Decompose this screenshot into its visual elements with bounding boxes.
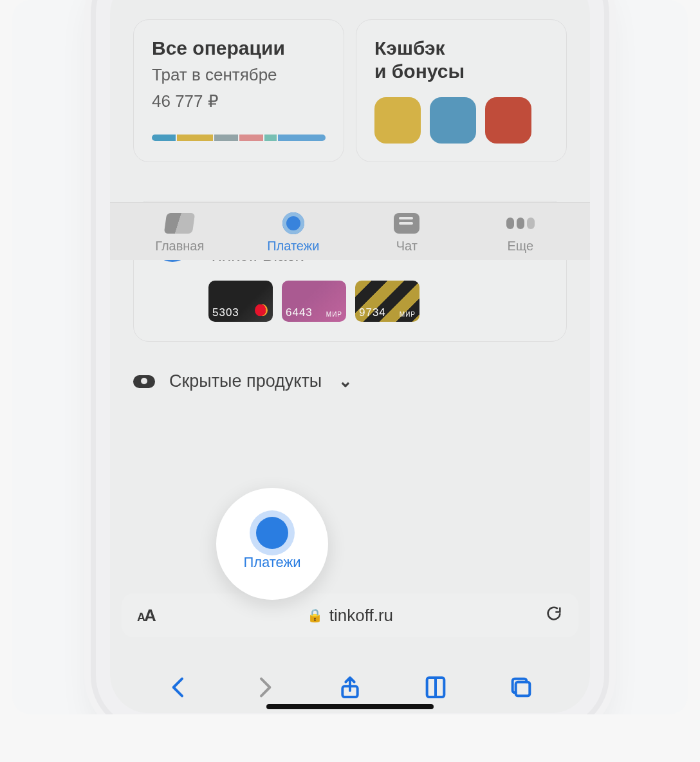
cashback-chip-red [485, 97, 531, 144]
tab-more-label: Еще [507, 239, 533, 254]
home-indicator[interactable] [266, 704, 434, 709]
tab-chat-label: Чат [396, 239, 418, 254]
card-last4: 9734 [359, 306, 386, 319]
tile-operations-subtitle: Трат в сентябре [152, 64, 326, 86]
tab-payments[interactable]: Платежи [255, 212, 332, 254]
tab-chat[interactable]: Чат [368, 212, 445, 254]
payments-icon [256, 517, 288, 549]
mir-icon: МИР [326, 311, 342, 318]
tile-operations-title: Все операции [152, 37, 326, 60]
cashback-chip-blue [430, 97, 476, 144]
bank-card-3[interactable]: 9734 МИР [355, 281, 419, 322]
bank-card-1[interactable]: 5303 [208, 281, 273, 322]
tile-operations[interactable]: Все операции Трат в сентябре 46 777 ₽ [133, 19, 344, 162]
bank-card-2[interactable]: 6443 МИР [282, 281, 346, 322]
tabs-button[interactable] [508, 674, 534, 703]
tab-home[interactable]: Главная [141, 212, 218, 254]
tab-more[interactable]: Еще [482, 212, 559, 254]
cashback-chip-yellow [374, 97, 421, 144]
back-button[interactable] [166, 674, 192, 703]
mir-icon: МИР [400, 311, 416, 318]
tile-operations-amount: 46 777 ₽ [152, 90, 326, 113]
tab-payments-label: Платежи [267, 239, 319, 254]
spotlight-label: Платежи [243, 554, 300, 571]
svg-rect-1 [516, 682, 530, 696]
chat-icon [394, 213, 419, 234]
lock-icon: 🔒 [307, 608, 323, 623]
card-last4: 6443 [286, 306, 313, 319]
text-size-button[interactable]: AA [137, 606, 155, 626]
hidden-products-row[interactable]: Скрытые продукты ⌄ [133, 371, 567, 391]
spotlight-payments[interactable]: Платежи [216, 488, 328, 600]
mastercard-icon [255, 304, 268, 317]
reload-button[interactable] [545, 604, 563, 627]
share-button[interactable] [337, 674, 363, 703]
safari-url-bar[interactable]: AA 🔒 tinkoff.ru [122, 593, 578, 637]
hidden-products-label: Скрытые продукты [169, 371, 322, 391]
forward-button[interactable] [252, 674, 277, 703]
spend-progress-bar [152, 135, 326, 141]
tile-cashback[interactable]: Кэшбэк и бонусы [356, 19, 567, 162]
tab-home-label: Главная [155, 239, 204, 254]
home-icon [164, 213, 195, 234]
tile-cashback-title2: и бонусы [374, 60, 548, 83]
summary-tiles: Все операции Трат в сентябре 46 777 ₽ Кэ… [110, 0, 590, 162]
payments-icon [282, 212, 304, 234]
more-icon [506, 218, 535, 229]
safari-toolbar [110, 669, 590, 703]
card-last4: 5303 [212, 306, 239, 319]
url-domain: tinkoff.ru [329, 606, 393, 626]
cashback-chips [374, 97, 548, 144]
eye-closed-icon [133, 375, 155, 388]
cards-row: 5303 6443 МИР 9734 МИР [208, 281, 548, 322]
chevron-down-icon: ⌄ [338, 371, 353, 391]
bookmarks-button[interactable] [423, 674, 448, 703]
app-tabbar: Главная Платежи Чат Еще [110, 202, 590, 260]
tile-cashback-title1: Кэшбэк [374, 37, 548, 60]
